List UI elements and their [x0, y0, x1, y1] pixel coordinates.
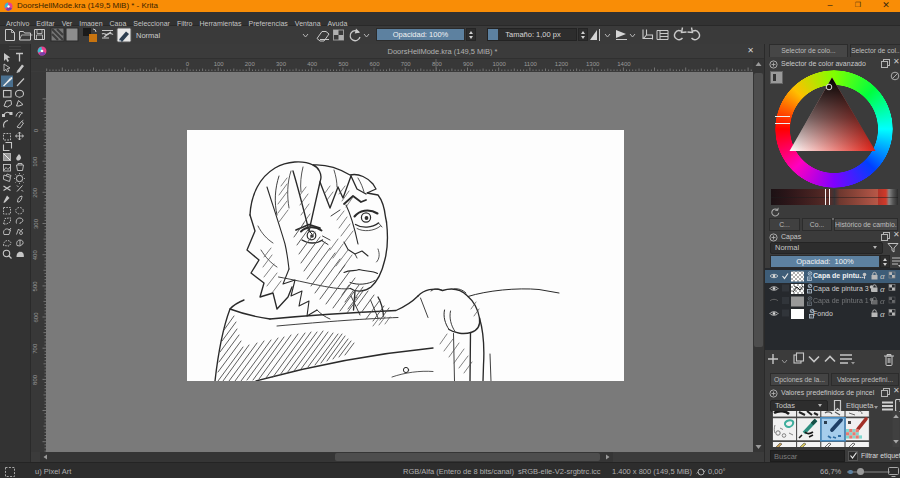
- svg-text:1300: 1300: [586, 61, 600, 67]
- svg-text:α: α: [880, 297, 885, 306]
- svg-text:α: α: [880, 310, 885, 319]
- svg-text:0: 0: [186, 61, 190, 67]
- svg-text:1000: 1000: [493, 61, 507, 67]
- svg-text:700: 700: [401, 61, 412, 67]
- svg-text:700: 700: [33, 343, 39, 354]
- svg-text:500: 500: [33, 281, 39, 292]
- svg-text:200: 200: [245, 61, 256, 67]
- svg-text:100: 100: [214, 61, 225, 67]
- svg-text:800: 800: [33, 374, 39, 385]
- svg-text:300: 300: [33, 218, 39, 229]
- svg-text:α: α: [880, 272, 885, 281]
- svg-text:1400: 1400: [617, 61, 631, 67]
- svg-text:300: 300: [276, 61, 287, 67]
- svg-text:0: 0: [33, 128, 39, 132]
- svg-text:α: α: [880, 285, 885, 294]
- svg-text:200: 200: [33, 187, 39, 198]
- svg-text:600: 600: [33, 312, 39, 323]
- svg-text:100: 100: [33, 156, 39, 167]
- svg-text:500: 500: [338, 61, 349, 67]
- svg-text:1200: 1200: [555, 61, 569, 67]
- svg-text:400: 400: [33, 250, 39, 261]
- svg-text:800: 800: [432, 61, 443, 67]
- svg-text:400: 400: [307, 61, 318, 67]
- svg-text:600: 600: [369, 61, 380, 67]
- svg-text:900: 900: [463, 61, 474, 67]
- svg-text:1100: 1100: [524, 61, 538, 67]
